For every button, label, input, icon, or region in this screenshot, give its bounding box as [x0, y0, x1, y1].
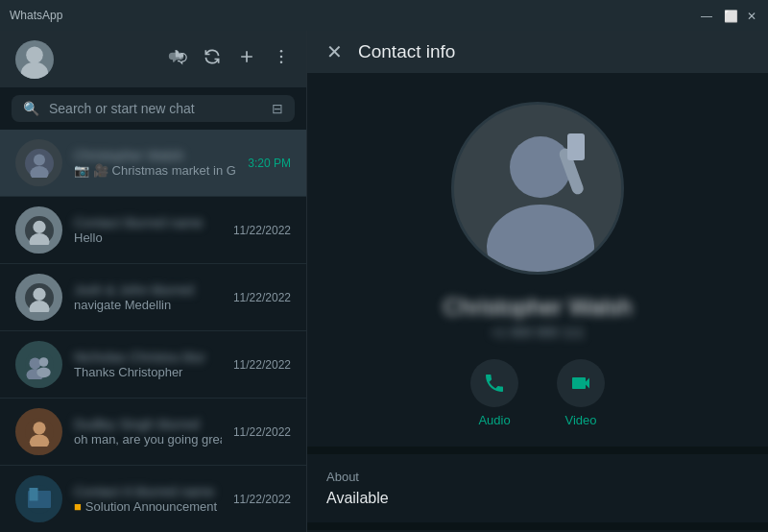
chat-meta-5: 11/22/2022: [233, 425, 291, 439]
about-label: About: [326, 470, 749, 484]
audio-icon: [470, 359, 518, 407]
left-header: [0, 31, 306, 87]
app-title: WhatsApp: [10, 9, 62, 22]
chat-avatar-2: [15, 206, 62, 254]
search-inner: 🔍 ⊟: [12, 95, 295, 122]
chat-name-2: Contact blurred name: [74, 215, 222, 230]
video-label: Video: [564, 413, 596, 427]
chat-preview-1: 📷 🎥 Christmas market in Germany: [74, 163, 236, 178]
chat-name-1: Christopher Walsh: [74, 148, 236, 163]
chat-preview-3: navigate Medellin: [74, 298, 222, 312]
svg-point-12: [33, 287, 45, 300]
svg-rect-24: [29, 488, 37, 501]
maximize-button[interactable]: ⬜: [724, 10, 735, 21]
svg-point-29: [510, 136, 571, 198]
header-icons: [168, 47, 291, 71]
chat-avatar-3: [15, 274, 62, 321]
chat-preview-6: ■ Solution Announcement: [74, 499, 222, 514]
contact-actions: Audio Video: [470, 359, 605, 427]
audio-label: Audio: [478, 413, 510, 427]
chat-info-3: Josh & John blurred navigate Medellin: [74, 282, 222, 312]
svg-point-2: [280, 50, 283, 53]
chat-name-6: Contact 6 blurred name: [74, 484, 222, 499]
close-button[interactable]: ✕: [747, 10, 758, 21]
contact-avatar[interactable]: [451, 102, 624, 275]
titlebar-controls[interactable]: — ⬜ ✕: [701, 10, 758, 21]
chat-time-6: 11/22/2022: [233, 493, 291, 506]
my-avatar[interactable]: [15, 40, 54, 79]
contact-name: Christopher Walsh: [444, 294, 633, 321]
chat-avatar-4: [15, 341, 62, 388]
video-icon: [557, 359, 605, 407]
camera-icon: 📷: [74, 163, 89, 178]
chat-preview-5: oh man, are you going great here l...: [74, 432, 222, 447]
titlebar-left: WhatsApp: [10, 9, 62, 22]
chat-info-5: Dudley Singh blurred oh man, are you goi…: [74, 417, 222, 447]
app-container: 🔍 ⊟ Christopher Walsh �: [0, 31, 768, 532]
chat-item-1[interactable]: Christopher Walsh 📷 🎥 Christmas market i…: [0, 130, 306, 197]
svg-point-3: [280, 56, 283, 59]
chat-avatar-1: [15, 139, 62, 186]
about-section: About Available: [307, 454, 768, 522]
about-value: Available: [326, 490, 749, 507]
right-panel: ✕ Contact info Christopher Walsh +1 000 …: [307, 31, 768, 532]
contact-info-title: Contact info: [358, 41, 455, 62]
svg-point-0: [26, 46, 43, 63]
contact-phone: +1 000 000 111: [491, 325, 585, 340]
svg-point-9: [33, 220, 45, 232]
svg-point-1: [21, 61, 48, 78]
chat-name-5: Dudley Singh blurred: [74, 417, 222, 432]
chat-time-5: 11/22/2022: [233, 425, 291, 439]
search-input[interactable]: [49, 101, 262, 116]
left-panel: 🔍 ⊟ Christopher Walsh �: [0, 31, 307, 532]
chat-item-3[interactable]: Josh & John blurred navigate Medellin 11…: [0, 264, 306, 331]
new-group-icon[interactable]: [168, 47, 187, 71]
titlebar: WhatsApp — ⬜ ✕: [0, 0, 768, 31]
chat-time-2: 11/22/2022: [233, 224, 291, 237]
chat-avatar-5: [15, 408, 62, 455]
chat-meta-6: 11/22/2022: [233, 493, 291, 506]
chat-avatar-6: [15, 475, 62, 522]
svg-point-20: [33, 422, 45, 434]
chat-name-3: Josh & John blurred: [74, 282, 222, 298]
chat-meta-2: 11/22/2022: [233, 224, 291, 237]
right-header: ✕ Contact info: [307, 31, 768, 73]
chat-item-6[interactable]: Contact 6 blurred name ■ Solution Announ…: [0, 466, 306, 532]
svg-point-15: [29, 357, 40, 369]
search-icon: 🔍: [23, 101, 39, 116]
svg-point-4: [280, 61, 283, 64]
chat-time-4: 11/22/2022: [233, 358, 291, 372]
svg-point-17: [38, 357, 48, 367]
svg-rect-32: [567, 133, 585, 160]
chat-info-1: Christopher Walsh 📷 🎥 Christmas market i…: [74, 148, 236, 178]
chat-item-4[interactable]: Nicholas Christou blur Thanks Christophe…: [0, 331, 306, 399]
chat-info-2: Contact blurred name Hello: [74, 215, 222, 245]
filter-icon[interactable]: ⊟: [272, 101, 283, 116]
refresh-icon[interactable]: [203, 47, 222, 71]
contact-profile: Christopher Walsh +1 000 000 111 Audio: [307, 73, 768, 447]
chat-meta-4: 11/22/2022: [233, 358, 291, 372]
svg-point-6: [34, 154, 45, 165]
chat-meta-1: 3:20 PM: [248, 157, 291, 170]
chat-time-3: 11/22/2022: [233, 291, 291, 304]
video-call-button[interactable]: Video: [557, 359, 605, 427]
close-contact-info-button[interactable]: ✕: [326, 40, 343, 63]
search-bar: 🔍 ⊟: [0, 87, 306, 130]
chat-info-6: Contact 6 blurred name ■ Solution Announ…: [74, 484, 222, 514]
minimize-button[interactable]: —: [701, 10, 712, 21]
chat-item-5[interactable]: Dudley Singh blurred oh man, are you goi…: [0, 399, 306, 466]
svg-point-18: [36, 367, 50, 377]
chat-info-4: Nicholas Christou blur Thanks Christophe…: [74, 350, 222, 379]
chat-list: Christopher Walsh 📷 🎥 Christmas market i…: [0, 130, 306, 532]
add-chat-icon[interactable]: [237, 47, 256, 71]
chat-preview-2: Hello: [74, 230, 222, 245]
audio-call-button[interactable]: Audio: [470, 359, 518, 427]
chat-item-2[interactable]: Contact blurred name Hello 11/22/2022: [0, 197, 306, 264]
menu-icon[interactable]: [272, 47, 291, 71]
chat-meta-3: 11/22/2022: [233, 291, 291, 304]
chat-time-1: 3:20 PM: [248, 157, 291, 170]
chat-preview-4: Thanks Christopher: [74, 365, 222, 379]
chat-name-4: Nicholas Christou blur: [74, 350, 222, 365]
